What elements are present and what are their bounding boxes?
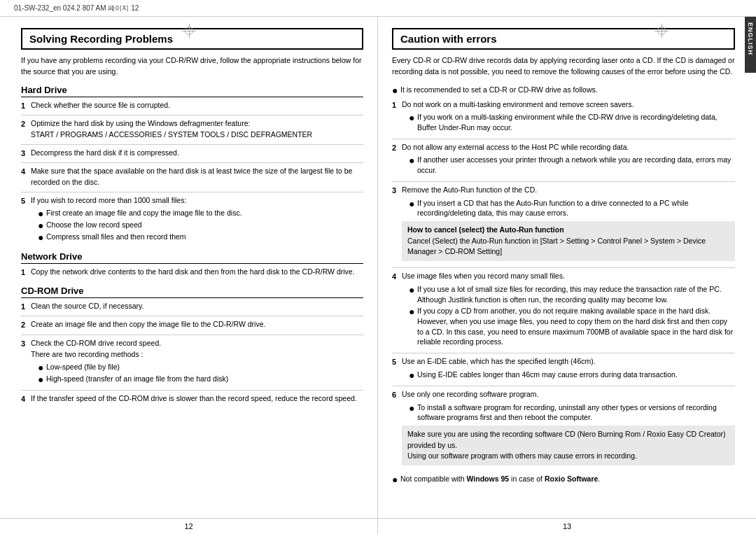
bullet-item: ●If you insert a CD that has the Auto-Ru… (409, 198, 735, 218)
subsection-cdrom-drive: CD-ROM Drive (21, 286, 363, 298)
left-page-num: 12 (184, 522, 192, 531)
item-text: Use an E-IDE cable, which has the specif… (402, 356, 735, 382)
item-number: 4 (21, 166, 31, 188)
bullet-item: ●If you work on a multi-tasking environm… (409, 112, 735, 132)
bullet-item: ●Compress small files and then record th… (38, 232, 363, 242)
bullet-item: ●If you copy a CD from another, you do n… (409, 306, 735, 347)
right-page-number: 13 (378, 519, 756, 534)
list-item: 2 Create an image file and then copy the… (21, 319, 363, 331)
list-item: 1 Check whether the source file is corru… (21, 100, 363, 112)
item-text: Do not work on a multi-tasking environme… (402, 99, 735, 135)
item-text: Optimize the hard disk by using the Wind… (31, 118, 363, 141)
bullet-item: ●Using E-IDE cables longer than 46cm may… (409, 370, 735, 380)
bullet-intro: ● It is recommended to set a CD-R or CD-… (392, 85, 735, 95)
item-text: Check whether the source file is corrupt… (31, 100, 363, 112)
bullet-item: ●To install a software program for recor… (409, 402, 735, 423)
item-number: 5 (21, 195, 31, 245)
item-number: 1 (392, 99, 402, 135)
item-text: Remove the Auto-Run function of the CD. … (402, 185, 735, 264)
header-bar: 01-SW-232_en 024.2 807 AM 페이지 12 (0, 0, 756, 17)
item-text: Make sure that the space available on th… (31, 166, 363, 188)
left-page-number: 12 (0, 519, 378, 534)
list-item: 2 Optimize the hard disk by using the Wi… (21, 118, 363, 141)
item-number: 4 (392, 271, 402, 349)
item-text: If the transfer speed of the CD-ROM driv… (31, 393, 363, 405)
item-text: Use only one recording software program.… (402, 389, 735, 468)
highlight-box-text: Cancel (Select) the Auto-Run function in… (407, 236, 729, 258)
right-column: ENGLISH Caution with errors Every CD-R o… (378, 17, 756, 518)
item-text: Decompress the hard disk if it is compre… (31, 148, 363, 160)
right-intro: Every CD-R or CD-RW drive records data b… (392, 55, 735, 78)
item-text: If you wish to record more than 1000 sma… (31, 195, 363, 245)
subsection-hard-drive: Hard Drive (21, 85, 363, 97)
list-item: 3 Decompress the hard disk if it is comp… (21, 148, 363, 160)
list-item: 3 Remove the Auto-Run function of the CD… (392, 185, 735, 264)
item-number: 2 (21, 319, 31, 331)
item-number: 6 (392, 389, 402, 468)
english-label: ENGLISH (747, 22, 754, 55)
list-item: 2 Do not allow any external access to th… (392, 142, 735, 178)
left-column: Solving Recording Problems If you have a… (0, 17, 378, 518)
bullet-item: ●First create an image file and copy the… (38, 208, 363, 218)
page-container: 01-SW-232_en 024.2 807 AM 페이지 12 Solving… (0, 0, 756, 534)
item-text: Create an image file and then copy the i… (31, 319, 363, 331)
list-item: 4 Use image files when you record many s… (392, 271, 735, 349)
subsection-network-drive: Network Drive (21, 251, 363, 264)
list-item: 6 Use only one recording software progra… (392, 389, 735, 468)
list-item: 5 If you wish to record more than 1000 s… (21, 195, 363, 245)
header-text: 01-SW-232_en 024.2 807 AM 페이지 12 (14, 3, 139, 13)
english-tab: ENGLISH (745, 17, 756, 73)
bottom-bar: 12 13 (0, 518, 756, 534)
item-number: 4 (21, 393, 31, 405)
item-number: 1 (21, 301, 31, 313)
list-item: 1 Copy the network drive contents to the… (21, 267, 363, 279)
item-text: Clean the source CD, if necessary. (31, 301, 363, 313)
highlight-box-software: Make sure you are using the recording so… (402, 426, 735, 465)
item-text: Use image files when you record many sma… (402, 271, 735, 349)
bullet-item: ●If you use a lot of small size files fo… (409, 284, 735, 304)
highlight-box-autorun: How to cancel (select) the Auto-Run func… (402, 221, 735, 261)
footer-text: Not compatible with Windows 95 in case o… (400, 474, 600, 484)
list-item: 4 Make sure that the space available on … (21, 166, 363, 188)
left-intro: If you have any problems recording via y… (21, 55, 363, 78)
item-text: Check the CD-ROM drive record speed. The… (31, 338, 363, 387)
item-number: 3 (21, 338, 31, 387)
highlight-box-text: Make sure you are using the recording so… (407, 429, 729, 462)
list-item: 3 Check the CD-ROM drive record speed. T… (21, 338, 363, 387)
highlight-box-title: How to cancel (select) the Auto-Run func… (407, 225, 729, 236)
right-section-title: Caution with errors (392, 28, 735, 50)
bullet-item: ●If another user accesses your printer t… (409, 155, 735, 175)
item-number: 1 (21, 100, 31, 112)
item-number: 2 (392, 142, 402, 178)
crosshair-left-top (182, 24, 196, 38)
list-item: 1 Clean the source CD, if necessary. (21, 301, 363, 313)
list-item: 5 Use an E-IDE cable, which has the spec… (392, 356, 735, 382)
item-number: 2 (21, 118, 31, 141)
item-number: 1 (21, 267, 31, 279)
bullet-intro-text: It is recommended to set a CD-R or CD-RW… (400, 85, 598, 95)
list-item: 4 If the transfer speed of the CD-ROM dr… (21, 393, 363, 405)
content-area: Solving Recording Problems If you have a… (0, 17, 756, 518)
item-number: 5 (392, 356, 402, 382)
footer-bullet: ● Not compatible with Windows 95 in case… (392, 474, 735, 484)
item-text: Do not allow any external access to the … (402, 142, 735, 178)
right-page-num: 13 (563, 522, 571, 531)
bullet-item: ●High-speed (transfer of an image file f… (38, 374, 363, 384)
list-item: 1 Do not work on a multi-tasking environ… (392, 99, 735, 135)
bullet-item: ●Choose the low record speed (38, 220, 363, 230)
bullet-item: ●Low-speed (file by file) (38, 362, 363, 372)
item-number: 3 (392, 185, 402, 264)
item-text: Copy the network drive contents to the h… (31, 267, 363, 279)
item-number: 3 (21, 148, 31, 160)
crosshair-right-top (654, 24, 668, 38)
